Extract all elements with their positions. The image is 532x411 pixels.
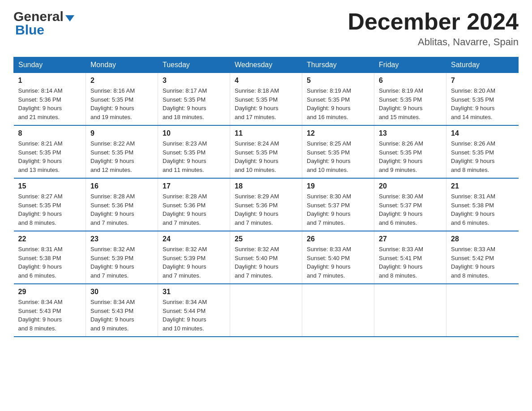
col-header-sunday: Sunday bbox=[14, 57, 86, 73]
day-info: Sunrise: 8:34 AMSunset: 5:43 PMDaylight:… bbox=[18, 298, 82, 333]
day-number: 21 bbox=[451, 182, 514, 190]
logo-blue-text: Blue bbox=[15, 22, 44, 37]
calendar-cell: 12Sunrise: 8:25 AMSunset: 5:35 PMDayligh… bbox=[302, 125, 374, 178]
day-info: Sunrise: 8:32 AMSunset: 5:39 PMDaylight:… bbox=[163, 245, 225, 280]
calendar-cell bbox=[302, 284, 374, 337]
day-info: Sunrise: 8:32 AMSunset: 5:40 PMDaylight:… bbox=[235, 245, 297, 280]
calendar-cell: 6Sunrise: 8:19 AMSunset: 5:35 PMDaylight… bbox=[374, 73, 446, 126]
day-number: 2 bbox=[90, 77, 153, 85]
day-info: Sunrise: 8:34 AMSunset: 5:43 PMDaylight:… bbox=[90, 298, 153, 333]
logo: General Blue bbox=[13, 9, 74, 38]
page-header: General Blue December 2024 Ablitas, Nava… bbox=[13, 9, 519, 48]
logo-general-text: General bbox=[13, 9, 64, 24]
day-number: 28 bbox=[451, 235, 514, 243]
day-info: Sunrise: 8:23 AMSunset: 5:35 PMDaylight:… bbox=[163, 139, 225, 174]
calendar-cell: 14Sunrise: 8:26 AMSunset: 5:35 PMDayligh… bbox=[446, 125, 519, 178]
calendar-cell: 22Sunrise: 8:31 AMSunset: 5:38 PMDayligh… bbox=[14, 231, 86, 284]
calendar-cell: 4Sunrise: 8:18 AMSunset: 5:35 PMDaylight… bbox=[230, 73, 302, 126]
day-info: Sunrise: 8:28 AMSunset: 5:36 PMDaylight:… bbox=[163, 192, 225, 227]
day-number: 6 bbox=[379, 77, 442, 85]
day-number: 15 bbox=[18, 182, 82, 190]
day-number: 1 bbox=[18, 77, 82, 85]
calendar-cell: 21Sunrise: 8:31 AMSunset: 5:38 PMDayligh… bbox=[446, 178, 519, 231]
calendar-cell bbox=[446, 284, 519, 337]
day-info: Sunrise: 8:19 AMSunset: 5:35 PMDaylight:… bbox=[307, 86, 369, 121]
day-number: 31 bbox=[163, 288, 225, 296]
calendar-week-row: 29Sunrise: 8:34 AMSunset: 5:43 PMDayligh… bbox=[14, 284, 519, 337]
calendar-cell: 30Sunrise: 8:34 AMSunset: 5:43 PMDayligh… bbox=[86, 284, 158, 337]
calendar-cell bbox=[230, 284, 302, 337]
calendar-cell: 8Sunrise: 8:21 AMSunset: 5:35 PMDaylight… bbox=[14, 125, 86, 178]
calendar-cell: 31Sunrise: 8:34 AMSunset: 5:44 PMDayligh… bbox=[158, 284, 230, 337]
day-info: Sunrise: 8:18 AMSunset: 5:35 PMDaylight:… bbox=[235, 86, 297, 121]
calendar-cell: 5Sunrise: 8:19 AMSunset: 5:35 PMDaylight… bbox=[302, 73, 374, 126]
day-info: Sunrise: 8:25 AMSunset: 5:35 PMDaylight:… bbox=[307, 139, 369, 174]
day-info: Sunrise: 8:21 AMSunset: 5:35 PMDaylight:… bbox=[18, 139, 82, 174]
month-title: December 2024 bbox=[348, 9, 519, 34]
calendar-cell: 15Sunrise: 8:27 AMSunset: 5:35 PMDayligh… bbox=[14, 178, 86, 231]
day-info: Sunrise: 8:31 AMSunset: 5:38 PMDaylight:… bbox=[18, 245, 82, 280]
day-info: Sunrise: 8:32 AMSunset: 5:39 PMDaylight:… bbox=[90, 245, 153, 280]
day-info: Sunrise: 8:33 AMSunset: 5:40 PMDaylight:… bbox=[307, 245, 369, 280]
calendar-week-row: 8Sunrise: 8:21 AMSunset: 5:35 PMDaylight… bbox=[14, 125, 519, 178]
day-info: Sunrise: 8:31 AMSunset: 5:38 PMDaylight:… bbox=[451, 192, 514, 227]
logo-triangle-icon bbox=[65, 15, 74, 21]
day-info: Sunrise: 8:22 AMSunset: 5:35 PMDaylight:… bbox=[90, 139, 153, 174]
day-number: 13 bbox=[379, 129, 442, 137]
col-header-friday: Friday bbox=[374, 57, 446, 73]
col-header-saturday: Saturday bbox=[446, 57, 519, 73]
day-info: Sunrise: 8:33 AMSunset: 5:41 PMDaylight:… bbox=[379, 245, 442, 280]
day-number: 8 bbox=[18, 129, 82, 137]
day-number: 25 bbox=[235, 235, 297, 243]
day-info: Sunrise: 8:16 AMSunset: 5:35 PMDaylight:… bbox=[90, 86, 153, 121]
day-number: 24 bbox=[163, 235, 225, 243]
day-info: Sunrise: 8:20 AMSunset: 5:35 PMDaylight:… bbox=[451, 86, 514, 121]
col-header-wednesday: Wednesday bbox=[230, 57, 302, 73]
day-number: 7 bbox=[451, 77, 514, 85]
day-info: Sunrise: 8:24 AMSunset: 5:35 PMDaylight:… bbox=[235, 139, 297, 174]
calendar-cell: 25Sunrise: 8:32 AMSunset: 5:40 PMDayligh… bbox=[230, 231, 302, 284]
day-number: 22 bbox=[18, 235, 82, 243]
location-subtitle: Ablitas, Navarre, Spain bbox=[348, 36, 519, 48]
calendar-cell: 23Sunrise: 8:32 AMSunset: 5:39 PMDayligh… bbox=[86, 231, 158, 284]
calendar-cell bbox=[374, 284, 446, 337]
calendar-cell: 11Sunrise: 8:24 AMSunset: 5:35 PMDayligh… bbox=[230, 125, 302, 178]
calendar-cell: 26Sunrise: 8:33 AMSunset: 5:40 PMDayligh… bbox=[302, 231, 374, 284]
day-number: 18 bbox=[235, 182, 297, 190]
day-number: 19 bbox=[307, 182, 369, 190]
calendar-cell: 18Sunrise: 8:29 AMSunset: 5:36 PMDayligh… bbox=[230, 178, 302, 231]
day-number: 17 bbox=[163, 182, 225, 190]
calendar-cell: 9Sunrise: 8:22 AMSunset: 5:35 PMDaylight… bbox=[86, 125, 158, 178]
day-number: 26 bbox=[307, 235, 369, 243]
calendar-cell: 1Sunrise: 8:14 AMSunset: 5:36 PMDaylight… bbox=[14, 73, 86, 126]
calendar-week-row: 15Sunrise: 8:27 AMSunset: 5:35 PMDayligh… bbox=[14, 178, 519, 231]
day-info: Sunrise: 8:19 AMSunset: 5:35 PMDaylight:… bbox=[379, 86, 442, 121]
day-info: Sunrise: 8:34 AMSunset: 5:44 PMDaylight:… bbox=[163, 298, 225, 333]
day-number: 16 bbox=[90, 182, 153, 190]
day-info: Sunrise: 8:30 AMSunset: 5:37 PMDaylight:… bbox=[307, 192, 369, 227]
calendar-cell: 7Sunrise: 8:20 AMSunset: 5:35 PMDaylight… bbox=[446, 73, 519, 126]
day-number: 12 bbox=[307, 129, 369, 137]
calendar-week-row: 1Sunrise: 8:14 AMSunset: 5:36 PMDaylight… bbox=[14, 73, 519, 126]
day-info: Sunrise: 8:14 AMSunset: 5:36 PMDaylight:… bbox=[18, 86, 82, 121]
day-info: Sunrise: 8:27 AMSunset: 5:35 PMDaylight:… bbox=[18, 192, 82, 227]
day-number: 23 bbox=[90, 235, 153, 243]
calendar-cell: 24Sunrise: 8:32 AMSunset: 5:39 PMDayligh… bbox=[158, 231, 230, 284]
calendar-cell: 27Sunrise: 8:33 AMSunset: 5:41 PMDayligh… bbox=[374, 231, 446, 284]
day-number: 27 bbox=[379, 235, 442, 243]
day-info: Sunrise: 8:26 AMSunset: 5:35 PMDaylight:… bbox=[379, 139, 442, 174]
title-block: December 2024 Ablitas, Navarre, Spain bbox=[348, 9, 519, 48]
day-info: Sunrise: 8:33 AMSunset: 5:42 PMDaylight:… bbox=[451, 245, 514, 280]
day-number: 11 bbox=[235, 129, 297, 137]
calendar-table: SundayMondayTuesdayWednesdayThursdayFrid… bbox=[13, 57, 519, 337]
day-info: Sunrise: 8:26 AMSunset: 5:35 PMDaylight:… bbox=[451, 139, 514, 174]
calendar-cell: 20Sunrise: 8:30 AMSunset: 5:37 PMDayligh… bbox=[374, 178, 446, 231]
day-number: 9 bbox=[90, 129, 153, 137]
day-info: Sunrise: 8:28 AMSunset: 5:36 PMDaylight:… bbox=[90, 192, 153, 227]
day-number: 30 bbox=[90, 288, 153, 296]
calendar-week-row: 22Sunrise: 8:31 AMSunset: 5:38 PMDayligh… bbox=[14, 231, 519, 284]
day-number: 3 bbox=[163, 77, 225, 85]
calendar-cell: 16Sunrise: 8:28 AMSunset: 5:36 PMDayligh… bbox=[86, 178, 158, 231]
day-number: 14 bbox=[451, 129, 514, 137]
calendar-cell: 3Sunrise: 8:17 AMSunset: 5:35 PMDaylight… bbox=[158, 73, 230, 126]
